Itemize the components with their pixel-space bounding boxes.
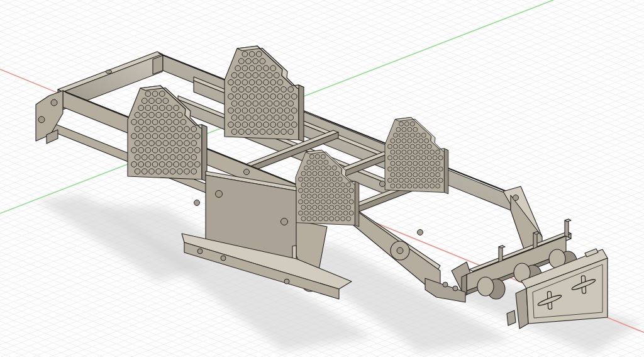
honeycomb-hole bbox=[238, 87, 244, 93]
honeycomb-hole bbox=[145, 147, 151, 153]
honeycomb-hole bbox=[174, 119, 179, 125]
honeycomb-hole bbox=[393, 133, 397, 137]
honeycomb-hole bbox=[253, 129, 258, 135]
honeycomb-hole bbox=[430, 161, 435, 166]
honeycomb-hole bbox=[410, 133, 414, 137]
honeycomb-hole bbox=[267, 115, 272, 120]
honeycomb-hole bbox=[404, 133, 409, 137]
honeycomb-hole bbox=[298, 188, 303, 193]
honeycomb-hole bbox=[343, 211, 348, 215]
honeycomb-hole bbox=[145, 105, 151, 111]
honeycomb-hole bbox=[228, 79, 234, 85]
honeycomb-hole bbox=[298, 200, 303, 204]
honeycomb-hole bbox=[324, 217, 328, 221]
honeycomb-hole bbox=[402, 150, 406, 154]
honeycomb-hole bbox=[277, 122, 283, 128]
honeycomb-hole bbox=[307, 160, 311, 164]
honeycomb-hole bbox=[427, 167, 431, 171]
honeycomb-hole bbox=[330, 194, 334, 198]
honeycomb-hole bbox=[274, 72, 279, 78]
honeycomb-hole bbox=[194, 133, 200, 139]
honeycomb-hole bbox=[246, 72, 252, 78]
honeycomb-hole bbox=[142, 98, 147, 104]
honeycomb-hole bbox=[347, 194, 351, 198]
honeycomb-hole bbox=[332, 211, 336, 215]
honeycomb-hole bbox=[177, 140, 182, 146]
honeycomb-hole bbox=[408, 173, 412, 177]
honeycomb-hole bbox=[410, 122, 414, 126]
honeycomb-hole bbox=[256, 52, 262, 57]
honeycomb-hole bbox=[326, 166, 331, 170]
honeycomb-hole bbox=[421, 144, 426, 149]
honeycomb-hole bbox=[167, 119, 172, 125]
honeycomb-hole bbox=[425, 184, 429, 188]
honeycomb-hole bbox=[413, 161, 418, 166]
honeycomb-hole bbox=[253, 101, 258, 106]
honeycomb-hole bbox=[291, 122, 297, 128]
honeycomb-hole bbox=[131, 162, 137, 167]
honeycomb-hole bbox=[399, 178, 403, 183]
honeycomb-hole bbox=[341, 194, 345, 198]
honeycomb-hole bbox=[267, 87, 272, 93]
honeycomb-hole bbox=[421, 178, 426, 183]
honeycomb-hole bbox=[167, 162, 172, 167]
honeycomb-hole bbox=[421, 156, 426, 160]
honeycomb-hole bbox=[249, 79, 255, 85]
honeycomb-hole bbox=[267, 129, 272, 135]
honeycomb-hole bbox=[246, 115, 252, 120]
honeycomb-hole bbox=[332, 200, 336, 204]
honeycomb-hole bbox=[391, 184, 395, 188]
honeycomb-hole bbox=[264, 65, 269, 71]
honeycomb-hole bbox=[184, 169, 190, 174]
honeycomb-hole bbox=[187, 147, 193, 153]
honeycomb-hole bbox=[438, 178, 443, 183]
honeycomb-hole bbox=[410, 178, 414, 183]
honeycomb-hole bbox=[277, 79, 283, 85]
honeycomb-hole bbox=[419, 161, 423, 166]
honeycomb-hole bbox=[170, 112, 175, 118]
honeycomb-hole bbox=[301, 205, 306, 210]
honeycomb-hole bbox=[332, 166, 336, 170]
cad-viewport[interactable] bbox=[0, 0, 644, 357]
honeycomb-hole bbox=[410, 144, 414, 149]
honeycomb-hole bbox=[399, 156, 403, 160]
honeycomb-hole bbox=[256, 122, 262, 128]
honeycomb-hole bbox=[436, 150, 440, 154]
honeycomb-hole bbox=[304, 188, 308, 193]
honeycomb-hole bbox=[291, 108, 297, 113]
honeycomb-hole bbox=[402, 139, 406, 143]
honeycomb-hole bbox=[159, 133, 165, 139]
honeycomb-hole bbox=[341, 217, 345, 221]
honeycomb-hole bbox=[264, 108, 269, 113]
honeycomb-hole bbox=[313, 171, 317, 176]
honeycomb-hole bbox=[260, 101, 265, 106]
honeycomb-hole bbox=[159, 119, 165, 125]
honeycomb-hole bbox=[235, 108, 241, 113]
honeycomb-hole bbox=[433, 156, 437, 160]
honeycomb-hole bbox=[404, 178, 409, 183]
honeycomb-hole bbox=[291, 94, 297, 99]
honeycomb-hole bbox=[264, 122, 269, 128]
honeycomb-hole bbox=[246, 101, 252, 106]
honeycomb-hole bbox=[349, 200, 353, 204]
honeycomb-hole bbox=[174, 162, 179, 167]
honeycomb-hole bbox=[163, 154, 169, 160]
honeycomb-hole bbox=[341, 205, 345, 210]
honeycomb-hole bbox=[349, 188, 353, 193]
honeycomb-hole bbox=[402, 161, 406, 166]
honeycomb-hole bbox=[260, 72, 265, 78]
honeycomb-hole bbox=[402, 184, 406, 188]
honeycomb-hole bbox=[408, 161, 412, 166]
honeycomb-hole bbox=[149, 154, 155, 160]
honeycomb-hole bbox=[315, 188, 319, 193]
honeycomb-hole bbox=[274, 101, 279, 106]
honeycomb-hole bbox=[309, 188, 314, 193]
honeycomb-hole bbox=[191, 169, 197, 174]
honeycomb-hole bbox=[391, 161, 395, 166]
honeycomb-hole bbox=[307, 217, 311, 221]
honeycomb-hole bbox=[142, 127, 147, 132]
honeycomb-hole bbox=[399, 167, 403, 171]
honeycomb-hole bbox=[274, 129, 279, 135]
honeycomb-hole bbox=[332, 188, 336, 193]
honeycomb-hole bbox=[321, 154, 325, 159]
